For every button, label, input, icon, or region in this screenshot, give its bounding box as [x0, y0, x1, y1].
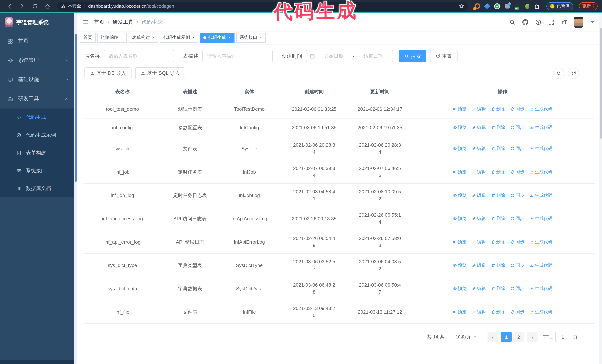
action-generate-link[interactable]: 生成代码: [530, 124, 553, 131]
action-delete-link[interactable]: 删除: [491, 215, 505, 222]
close-icon[interactable]: ×: [152, 35, 155, 40]
sidebar-scrollbar-thumb[interactable]: [75, 34, 76, 182]
action-generate-link[interactable]: 生成代码: [530, 168, 553, 175]
font-size-icon[interactable]: тT: [561, 19, 568, 25]
page-button-2[interactable]: 2: [514, 332, 524, 342]
page-size-select[interactable]: 10条/页: [449, 332, 484, 342]
action-preview-link[interactable]: 预览: [452, 168, 467, 175]
action-sync-link[interactable]: 同步: [510, 308, 524, 315]
close-icon[interactable]: ×: [192, 35, 195, 40]
reset-button[interactable]: 重置: [430, 50, 458, 62]
refresh-table-button[interactable]: [568, 68, 579, 79]
page-scrollbar-thumb[interactable]: [600, 28, 602, 139]
ext-blue-gem-icon[interactable]: [484, 3, 491, 10]
action-delete-link[interactable]: 删除: [491, 285, 505, 292]
sidebar-subitem[interactable]: 代码生成示例: [0, 126, 74, 144]
action-delete-link[interactable]: 删除: [491, 124, 505, 131]
tab-item[interactable]: 系统接口×: [236, 33, 266, 42]
action-generate-link[interactable]: 生成代码: [530, 145, 553, 152]
action-sync-link[interactable]: 同步: [510, 168, 524, 175]
tab-active[interactable]: 代码生成×: [200, 33, 235, 42]
action-sync-link[interactable]: 同步: [510, 238, 524, 245]
breadcrumb-item[interactable]: 研发工具: [113, 19, 133, 25]
action-edit-link[interactable]: 编辑: [472, 105, 486, 113]
next-page-button[interactable]: ›: [527, 332, 538, 342]
browser-forward-icon[interactable]: [17, 1, 27, 11]
action-delete-link[interactable]: 删除: [491, 105, 505, 113]
tab-item[interactable]: 链路追踪×: [97, 33, 127, 42]
action-generate-link[interactable]: 生成代码: [530, 238, 553, 245]
profile-paused-badge[interactable]: 已暂停: [547, 2, 573, 10]
action-sync-link[interactable]: 同步: [510, 192, 524, 199]
action-delete-link[interactable]: 删除: [491, 145, 505, 152]
sidebar-item[interactable]: 基础设施: [0, 70, 74, 89]
action-preview-link[interactable]: 预览: [452, 308, 467, 315]
fullscreen-icon[interactable]: [548, 19, 555, 25]
sidebar-subitem[interactable]: 系统接口: [0, 162, 74, 180]
action-sync-link[interactable]: 同步: [510, 145, 524, 152]
help-icon[interactable]: [535, 19, 542, 25]
address-bar[interactable]: 不安全 dashboard.yudao.iocoder.cn/tool/code…: [57, 2, 468, 10]
sidebar-subitem[interactable]: 表单构建: [0, 144, 74, 162]
sidebar-item[interactable]: 研发工具: [0, 89, 74, 108]
close-icon[interactable]: ×: [120, 35, 124, 40]
security-label[interactable]: 不安全: [68, 3, 81, 9]
ext-grid-gem-icon[interactable]: [504, 3, 510, 10]
browser-home-icon[interactable]: [42, 1, 53, 11]
ext-green-leaf-icon[interactable]: [524, 3, 530, 10]
action-generate-link[interactable]: 生成代码: [530, 308, 553, 315]
ext-orange-ring-icon[interactable]: [474, 3, 481, 10]
action-preview-link[interactable]: 预览: [452, 145, 467, 152]
date-range-picker[interactable]: 开始日期 - 结束日期: [306, 50, 393, 62]
action-edit-link[interactable]: 编辑: [472, 308, 486, 315]
sidebar-subitem[interactable]: 数据库文档: [0, 180, 74, 197]
action-generate-link[interactable]: 生成代码: [530, 215, 553, 222]
avatar[interactable]: [574, 16, 583, 28]
action-preview-link[interactable]: 预览: [452, 238, 467, 245]
action-preview-link[interactable]: 预览: [452, 262, 467, 269]
action-preview-link[interactable]: 预览: [452, 192, 467, 199]
action-delete-link[interactable]: 删除: [491, 168, 505, 175]
bookmark-star-icon[interactable]: [459, 3, 464, 9]
action-preview-link[interactable]: 预览: [452, 285, 467, 292]
action-edit-link[interactable]: 编辑: [472, 215, 486, 222]
github-icon[interactable]: [522, 19, 529, 25]
prev-page-button[interactable]: ‹: [487, 332, 498, 342]
sidebar-item[interactable]: 首页: [0, 31, 74, 51]
table-name-input[interactable]: [104, 50, 174, 62]
action-edit-link[interactable]: 编辑: [472, 285, 486, 292]
tab-item[interactable]: 首页: [80, 33, 96, 42]
action-sync-link[interactable]: 同步: [510, 124, 524, 131]
goto-page-input[interactable]: [555, 332, 570, 342]
action-generate-link[interactable]: 生成代码: [530, 192, 553, 199]
app-logo-bar[interactable]: 芋道管理系统: [0, 13, 74, 31]
browser-reload-icon[interactable]: [30, 1, 40, 11]
ext-green-check-icon[interactable]: [494, 3, 501, 10]
action-delete-link[interactable]: 删除: [491, 192, 505, 199]
page-button-1[interactable]: 1: [501, 332, 512, 342]
sidebar-scrollbar[interactable]: [74, 13, 77, 364]
tab-item[interactable]: 代码生成示例×: [160, 33, 198, 42]
table-desc-input[interactable]: [202, 50, 273, 62]
action-generate-link[interactable]: 生成代码: [530, 105, 553, 113]
action-generate-link[interactable]: 生成代码: [530, 285, 553, 292]
import-db-button[interactable]: 基于 DB 导入: [85, 67, 132, 79]
page-scrollbar[interactable]: [599, 13, 602, 364]
close-icon[interactable]: ×: [259, 35, 262, 40]
sidebar-item[interactable]: 系统管理: [0, 51, 74, 70]
close-icon[interactable]: ×: [228, 35, 231, 40]
breadcrumb-item[interactable]: 首页: [94, 19, 105, 25]
browser-update-button[interactable]: 更新: [579, 2, 598, 10]
extensions-puzzle-icon[interactable]: [534, 3, 540, 10]
sidebar-subitem-active[interactable]: 代码生成: [0, 108, 74, 126]
search-button[interactable]: 搜索: [399, 50, 426, 62]
search-icon[interactable]: [509, 19, 516, 25]
action-preview-link[interactable]: 预览: [452, 124, 467, 131]
action-sync-link[interactable]: 同步: [510, 215, 524, 222]
browser-back-icon[interactable]: [4, 1, 15, 11]
action-delete-link[interactable]: 删除: [491, 262, 505, 269]
action-delete-link[interactable]: 删除: [491, 308, 505, 315]
sidebar-collapse-bar[interactable]: [0, 360, 74, 364]
hamburger-icon[interactable]: [80, 16, 91, 28]
action-generate-link[interactable]: 生成代码: [530, 262, 553, 269]
